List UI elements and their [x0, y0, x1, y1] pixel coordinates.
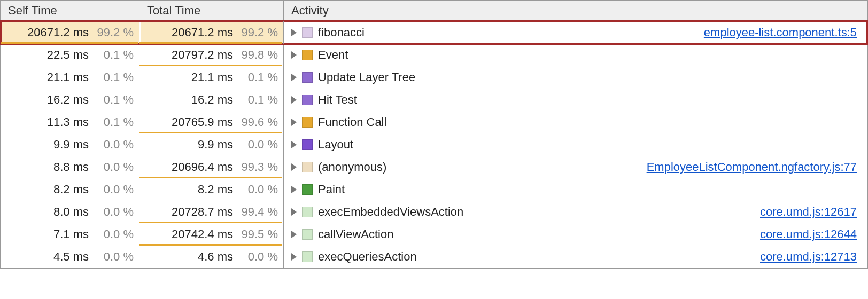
activity-label: Function Call	[318, 115, 857, 129]
category-swatch-icon	[302, 184, 313, 195]
activity-cell: Function Call	[284, 111, 867, 133]
total-time-cell: 4.6 ms0.0 %	[140, 246, 284, 268]
source-link[interactable]: core.umd.js:12617	[760, 205, 857, 219]
table-row[interactable]: 16.2 ms0.1 %16.2 ms0.1 %Hit Test	[1, 89, 867, 111]
time-pct: 99.3 %	[238, 160, 278, 174]
expand-icon[interactable]	[291, 29, 297, 36]
category-swatch-icon	[302, 117, 313, 128]
table-row[interactable]: 22.5 ms0.1 %20797.2 ms99.8 %Event	[1, 44, 867, 66]
time-pct: 99.8 %	[238, 48, 278, 62]
expand-icon[interactable]	[291, 74, 297, 81]
source-link[interactable]: core.umd.js:12644	[760, 227, 857, 241]
time-pct: 0.1 %	[238, 70, 278, 84]
expand-icon[interactable]	[291, 96, 297, 104]
expand-icon[interactable]	[291, 253, 297, 261]
time-ms: 21.1 ms	[47, 70, 89, 84]
source-link[interactable]: employee-list.component.ts:5	[704, 26, 857, 40]
time-ms: 16.2 ms	[47, 93, 89, 107]
header-activity[interactable]: Activity	[284, 1, 867, 21]
expand-icon[interactable]	[291, 186, 297, 193]
time-ms: 20696.4 ms	[172, 160, 233, 174]
time-ms: 9.9 ms	[53, 138, 89, 152]
category-swatch-icon	[302, 27, 313, 38]
time-pct: 0.0 %	[94, 250, 134, 264]
category-swatch-icon	[302, 229, 313, 240]
table-row[interactable]: 8.0 ms0.0 %20728.7 ms99.4 %execEmbeddedV…	[1, 201, 867, 223]
table-row[interactable]: 4.5 ms0.0 %4.6 ms0.0 %execQueriesActionc…	[1, 246, 867, 268]
table-row[interactable]: 8.8 ms0.0 %20696.4 ms99.3 %(anonymous)Em…	[1, 156, 867, 178]
total-time-cell: 20671.2 ms99.2 %	[140, 21, 284, 44]
self-time-cell: 9.9 ms0.0 %	[1, 133, 140, 156]
total-time-cell: 20742.4 ms99.5 %	[140, 223, 284, 246]
activity-cell: callViewActioncore.umd.js:12644	[284, 223, 867, 246]
table-row[interactable]: 11.3 ms0.1 %20765.9 ms99.6 %Function Cal…	[1, 111, 867, 133]
activity-cell: (anonymous)EmployeeListComponent.ngfacto…	[284, 156, 867, 178]
activity-cell: Hit Test	[284, 89, 867, 111]
table-row[interactable]: 9.9 ms0.0 %9.9 ms0.0 %Layout	[1, 133, 867, 156]
time-ms: 20671.2 ms	[27, 26, 89, 40]
total-time-cell: 8.2 ms0.0 %	[140, 178, 284, 201]
time-ms: 4.6 ms	[198, 250, 233, 264]
expand-icon[interactable]	[291, 141, 297, 148]
time-ms: 20742.4 ms	[172, 227, 233, 241]
source-link[interactable]: core.umd.js:12713	[760, 250, 857, 264]
time-bar	[140, 42, 282, 44]
total-time-cell: 20728.7 ms99.4 %	[140, 201, 284, 223]
time-pct: 0.1 %	[94, 48, 134, 62]
total-time-cell: 20797.2 ms99.8 %	[140, 44, 284, 66]
table-header: Self Time Total Time Activity	[1, 1, 867, 21]
table-body: 20671.2 ms99.2 %20671.2 ms99.2 %fibonacc…	[1, 21, 867, 268]
time-bar	[1, 42, 138, 44]
time-ms: 8.2 ms	[53, 183, 89, 196]
source-link[interactable]: EmployeeListComponent.ngfactory.js:77	[647, 160, 857, 174]
category-swatch-icon	[302, 72, 313, 83]
activity-cell: fibonacciemployee-list.component.ts:5	[284, 21, 867, 44]
expand-icon[interactable]	[291, 51, 297, 59]
activity-label: Event	[318, 48, 857, 62]
self-time-cell: 22.5 ms0.1 %	[1, 44, 140, 66]
self-time-cell: 7.1 ms0.0 %	[1, 223, 140, 246]
time-ms: 20765.9 ms	[172, 115, 233, 129]
total-time-cell: 20696.4 ms99.3 %	[140, 156, 284, 178]
activity-label: Update Layer Tree	[318, 70, 857, 84]
self-time-cell: 8.2 ms0.0 %	[1, 178, 140, 201]
activity-label: (anonymous)	[318, 160, 641, 174]
category-swatch-icon	[302, 207, 313, 217]
expand-icon[interactable]	[291, 231, 297, 238]
header-self-time[interactable]: Self Time	[1, 1, 140, 21]
category-swatch-icon	[302, 50, 313, 60]
time-pct: 0.0 %	[238, 183, 278, 196]
total-time-cell: 21.1 ms0.1 %	[140, 66, 284, 89]
time-ms: 11.3 ms	[47, 115, 89, 129]
category-swatch-icon	[302, 162, 313, 172]
category-swatch-icon	[302, 139, 313, 150]
table-row[interactable]: 21.1 ms0.1 %21.1 ms0.1 %Update Layer Tre…	[1, 66, 867, 89]
self-time-cell: 16.2 ms0.1 %	[1, 89, 140, 111]
table-row[interactable]: 8.2 ms0.0 %8.2 ms0.0 %Paint	[1, 178, 867, 201]
header-total-time[interactable]: Total Time	[140, 1, 284, 21]
time-ms: 20797.2 ms	[172, 48, 233, 62]
activity-cell: Update Layer Tree	[284, 66, 867, 89]
time-pct: 0.0 %	[238, 138, 278, 152]
self-time-cell: 8.0 ms0.0 %	[1, 201, 140, 223]
time-pct: 99.2 %	[238, 26, 278, 40]
table-row[interactable]: 7.1 ms0.0 %20742.4 ms99.5 %callViewActio…	[1, 223, 867, 246]
time-pct: 0.0 %	[238, 250, 278, 264]
activity-cell: Paint	[284, 178, 867, 201]
time-pct: 0.1 %	[94, 93, 134, 107]
time-ms: 8.0 ms	[53, 205, 89, 219]
activity-cell: Layout	[284, 133, 867, 156]
time-pct: 99.5 %	[238, 227, 278, 241]
time-ms: 8.8 ms	[53, 160, 89, 174]
time-ms: 20671.2 ms	[172, 26, 233, 40]
self-time-cell: 8.8 ms0.0 %	[1, 156, 140, 178]
time-pct: 99.6 %	[238, 115, 278, 129]
expand-icon[interactable]	[291, 119, 297, 126]
total-time-cell: 9.9 ms0.0 %	[140, 133, 284, 156]
category-swatch-icon	[302, 251, 313, 262]
time-pct: 0.1 %	[94, 115, 134, 129]
time-pct: 99.4 %	[238, 205, 278, 219]
expand-icon[interactable]	[291, 208, 297, 216]
table-row[interactable]: 20671.2 ms99.2 %20671.2 ms99.2 %fibonacc…	[1, 21, 867, 44]
expand-icon[interactable]	[291, 163, 297, 171]
